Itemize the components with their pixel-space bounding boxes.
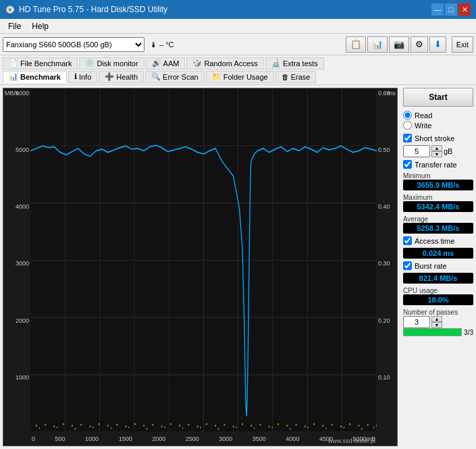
- svg-point-37: [206, 423, 207, 425]
- y-right-060: 0.60: [378, 90, 396, 97]
- tab-health[interactable]: ➕ Health: [99, 71, 144, 83]
- svg-point-66: [200, 427, 201, 428]
- average-value: 5258.3 MB/s: [403, 223, 473, 234]
- x-label-1500: 1500: [119, 435, 132, 442]
- access-time-checkbox[interactable]: [403, 236, 412, 245]
- y-label-2000: 2000: [5, 317, 29, 324]
- icon-btn-3[interactable]: 📷: [389, 36, 409, 53]
- close-button[interactable]: ✕: [458, 3, 471, 16]
- burst-rate-checkbox[interactable]: [403, 261, 412, 270]
- svg-point-68: [236, 427, 237, 428]
- svg-point-42: [250, 425, 252, 427]
- tab-error-scan[interactable]: 🔍 Error Scan: [145, 71, 205, 83]
- svg-point-50: [322, 425, 323, 427]
- passes-input[interactable]: [403, 316, 430, 328]
- minimize-button[interactable]: —: [431, 3, 444, 16]
- start-button[interactable]: Start: [403, 88, 473, 107]
- thermometer-icon: 🌡: [150, 41, 157, 49]
- health-icon: ➕: [105, 72, 114, 81]
- average-section: Average 5258.3 MB/s: [403, 215, 473, 234]
- tab-info[interactable]: ℹ Info: [68, 71, 97, 83]
- y-right-010: 0.10: [378, 374, 396, 381]
- svg-point-71: [290, 428, 291, 429]
- short-stroke-checkbox[interactable]: [403, 134, 412, 142]
- svg-point-73: [325, 427, 327, 429]
- burst-rate-label: Burst rate: [415, 262, 447, 270]
- x-label-2500: 2500: [186, 435, 199, 442]
- short-stroke-input[interactable]: [403, 145, 430, 157]
- svg-point-22: [72, 425, 73, 427]
- short-stroke-down[interactable]: ▼: [431, 151, 442, 157]
- menu-help[interactable]: Help: [26, 20, 54, 32]
- svg-point-27: [116, 424, 117, 426]
- read-radio-input[interactable]: [403, 111, 412, 120]
- svg-point-63: [147, 428, 148, 429]
- menu-file[interactable]: File: [3, 20, 26, 32]
- error-scan-icon: 🔍: [151, 72, 161, 81]
- tab-disk-monitor[interactable]: 💿 Disk monitor: [79, 57, 144, 70]
- cpu-usage-value: 18.0%: [403, 294, 473, 305]
- short-stroke-check[interactable]: Short stroke: [403, 134, 473, 142]
- maximize-button[interactable]: □: [445, 3, 457, 16]
- tab-folder-usage[interactable]: 📁 Folder Usage: [206, 71, 274, 83]
- transfer-rate-checkbox[interactable]: [403, 160, 412, 169]
- y-label-5000: 5000: [5, 147, 29, 153]
- tab-erase[interactable]: 🗑 Erase: [275, 71, 317, 83]
- y-axis-right: 0.60 0.50 0.40 0.30 0.20 0.10: [377, 88, 397, 432]
- write-label: Write: [415, 122, 431, 130]
- svg-point-74: [343, 427, 344, 428]
- minimum-label: Minimum: [403, 172, 473, 180]
- burst-rate-check[interactable]: Burst rate: [403, 261, 473, 270]
- icon-btn-1[interactable]: 📋: [346, 36, 366, 53]
- svg-point-31: [152, 424, 153, 426]
- read-radio[interactable]: Read: [403, 111, 473, 120]
- svg-point-29: [134, 423, 136, 425]
- svg-point-18: [36, 425, 37, 427]
- svg-point-46: [286, 425, 288, 427]
- write-radio-input[interactable]: [403, 121, 412, 130]
- y-label-1000: 1000: [5, 374, 29, 381]
- icon-btn-2[interactable]: 📊: [367, 36, 388, 53]
- exit-button[interactable]: Exit: [452, 36, 473, 53]
- svg-point-32: [161, 425, 163, 427]
- x-label-1000: 1000: [85, 435, 99, 442]
- x-label-4000: 4000: [286, 435, 299, 442]
- write-radio[interactable]: Write: [403, 121, 473, 130]
- minimum-section: Minimum 3655.9 MB/s: [403, 171, 473, 190]
- transfer-rate-label: Transfer rate: [415, 161, 457, 169]
- svg-point-30: [143, 425, 144, 427]
- chart-area: MB/s ms 6000 5000 4000 3000 2000 1000 0.…: [3, 88, 398, 446]
- svg-point-75: [361, 428, 363, 429]
- svg-point-36: [197, 425, 199, 427]
- tab-file-benchmark[interactable]: 📄 File Benchmark: [3, 57, 78, 70]
- tab-row-2: 📊 Benchmark ℹ Info ➕ Health 🔍 Error Scan…: [3, 71, 324, 83]
- passes-spin-buttons: ▲ ▼: [431, 316, 442, 328]
- y-right-020: 0.20: [378, 317, 396, 324]
- tab-random-access[interactable]: 🎲 Random Access: [186, 57, 263, 70]
- drive-selector[interactable]: Fanxiang S660 500GB (500 gB): [3, 37, 144, 52]
- tab-aam[interactable]: 🔊 AAM: [146, 57, 186, 70]
- svg-point-19: [45, 424, 46, 426]
- svg-point-45: [277, 423, 279, 425]
- svg-point-58: [57, 427, 58, 428]
- chart-svg: [30, 88, 377, 432]
- passes-down[interactable]: ▼: [431, 322, 442, 328]
- icon-btn-5[interactable]: ⬇: [429, 36, 446, 53]
- tab-benchmark[interactable]: 📊 Benchmark: [3, 71, 67, 83]
- random-access-icon: 🎲: [192, 59, 202, 68]
- icon-btn-4[interactable]: ⚙: [411, 36, 428, 53]
- short-stroke-up[interactable]: ▲: [431, 145, 442, 151]
- passes-up[interactable]: ▲: [431, 316, 442, 322]
- tab-extra-tests[interactable]: 🔬 Extra tests: [265, 57, 324, 70]
- title-bar: 💽 HD Tune Pro 5.75 - Hard Disk/SSD Utili…: [0, 0, 476, 19]
- toolbar-icons: 📋 📊 📷 ⚙ ⬇: [346, 36, 446, 53]
- short-stroke-spin-buttons: ▲ ▼: [431, 145, 442, 157]
- passes-label: Number of passes: [403, 309, 473, 316]
- access-time-check[interactable]: Access time: [403, 236, 473, 245]
- svg-point-53: [349, 423, 350, 425]
- transfer-rate-check[interactable]: Transfer rate: [403, 160, 473, 169]
- access-time-value: 0.024 ms: [403, 248, 473, 259]
- temperature-display: 🌡 – °C: [147, 41, 177, 49]
- temp-value: – °C: [159, 41, 174, 49]
- window-title: HD Tune Pro 5.75 - Hard Disk/SSD Utility: [19, 5, 167, 14]
